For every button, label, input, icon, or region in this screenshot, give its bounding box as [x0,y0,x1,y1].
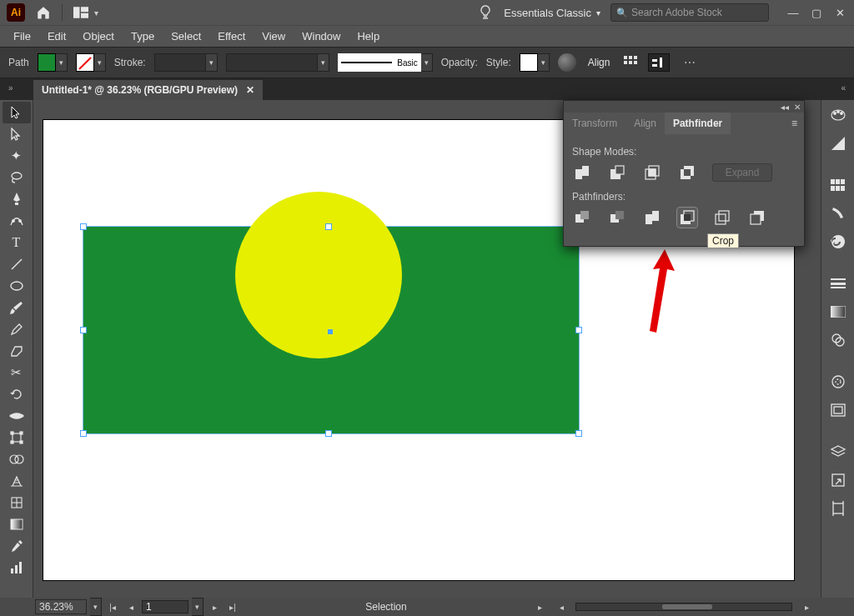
menu-edit[interactable]: Edit [41,27,73,46]
stroke-swatch[interactable] [76,53,94,72]
profile-dropdown[interactable]: ▾ [318,53,329,72]
selection-center[interactable] [328,329,333,334]
selection-handle[interactable] [80,327,87,333]
zoom-field[interactable]: 36.23% [35,599,87,614]
stock-search[interactable]: 🔍 Search Adobe Stock [610,3,769,22]
tool-pencil[interactable] [3,318,31,340]
tool-width[interactable] [3,405,31,427]
pathfinder-divide-icon[interactable] [572,208,592,228]
workspace-switcher[interactable]: Essentials Classic ▾ [504,7,600,19]
menu-effect[interactable]: Effect [211,27,252,46]
tab-pathfinder[interactable]: Pathfinder [665,113,731,134]
menu-file[interactable]: File [7,27,38,46]
brush-dropdown[interactable]: ▾ [421,53,433,72]
tool-column-graph[interactable] [3,557,31,578]
document-tab[interactable]: Untitled-1* @ 36.23% (RGB/GPU Preview) ✕ [33,80,263,100]
hint-icon[interactable] [477,4,494,21]
tool-paintbrush[interactable] [3,297,31,318]
panel-titlebar[interactable]: ◂◂ ✕ [564,101,804,113]
artboards-panel-icon[interactable] [826,497,850,520]
menu-window[interactable]: Window [295,27,347,46]
artboard-prev-icon[interactable]: ◂ [123,600,138,613]
artboard-first-icon[interactable]: |◂ [105,600,120,613]
align-label[interactable]: Align [588,57,610,68]
recolor-artwork-icon[interactable] [558,53,576,72]
transparency-panel-icon[interactable] [826,328,850,352]
pathfinder-minus-back-icon[interactable] [747,208,767,228]
artboard-number-field[interactable]: 1 [142,600,188,613]
panel-collapse-icon[interactable]: ◂◂ [781,103,789,112]
shape-mode-minus-front-icon[interactable] [607,163,627,183]
graphic-style-swatch[interactable] [520,53,538,72]
panel-close-icon[interactable]: ✕ [794,103,801,112]
tool-shape-builder[interactable] [3,448,31,470]
color-panel-icon[interactable] [826,103,850,127]
collapse-left-icon[interactable]: » [5,82,17,94]
home-icon[interactable] [35,4,52,21]
horizontal-scrollbar[interactable] [575,603,792,611]
tab-align[interactable]: Align [625,113,665,134]
artboard-dropdown[interactable]: ▾ [192,598,203,616]
menu-object[interactable]: Object [76,27,121,46]
selection-handle[interactable] [575,327,582,333]
status-play-icon[interactable]: ▸ [532,600,547,613]
minimize-button[interactable]: — [787,7,799,18]
variable-width-profile[interactable] [226,53,318,72]
tool-lasso[interactable] [3,167,31,188]
tool-free-transform[interactable] [3,427,31,448]
selection-handle[interactable] [325,430,332,437]
artboard-next-icon[interactable]: ▸ [207,600,222,613]
color-guide-panel-icon[interactable] [826,132,850,155]
tool-eraser[interactable] [3,340,31,362]
scroll-left-icon[interactable]: ◂ [554,600,569,613]
expand-button[interactable]: Expand [712,163,772,182]
pathfinder-outline-icon[interactable] [712,208,732,228]
tool-line[interactable] [3,253,31,275]
pathfinder-merge-icon[interactable] [642,208,662,228]
selection-handle[interactable] [80,223,87,230]
stroke-weight-field[interactable] [154,53,206,72]
tool-direct-selection[interactable] [3,123,31,145]
tool-rotate[interactable] [3,383,31,405]
tool-eyedropper[interactable] [3,535,31,557]
scroll-right-icon[interactable]: ▸ [799,600,814,613]
appearance-panel-icon[interactable] [826,370,850,393]
status-mode[interactable]: Selection [244,601,529,613]
gradient-panel-icon[interactable] [826,300,850,323]
fill-swatch[interactable] [38,53,56,72]
asset-export-panel-icon[interactable] [826,468,850,492]
shape-mode-unite-icon[interactable] [572,163,592,183]
fill-dropdown[interactable]: ▾ [56,53,68,72]
align-panel-icon[interactable] [621,53,640,72]
graphic-styles-panel-icon[interactable] [826,398,850,422]
arrange-documents-icon[interactable] [73,4,89,21]
style-dropdown[interactable]: ▾ [538,53,550,72]
tool-selection[interactable] [3,102,31,123]
tool-curvature[interactable] [3,210,31,232]
selection-handle[interactable] [325,223,332,230]
canvas-area[interactable]: ◂◂ ✕ Transform Align Pathfinder ≡ Shape … [33,100,854,598]
tool-pen[interactable] [3,188,31,210]
opacity-label[interactable]: Opacity: [441,57,478,68]
artboard-last-icon[interactable]: ▸| [225,600,240,613]
shape-mode-intersect-icon[interactable] [642,163,662,183]
menu-view[interactable]: View [255,27,292,46]
collapse-right-icon[interactable]: « [837,82,849,94]
zoom-dropdown[interactable]: ▾ [90,598,102,616]
tool-magic-wand[interactable]: ✦ [3,145,31,167]
panel-menu-icon[interactable]: ≡ [785,118,804,129]
tool-perspective[interactable] [3,470,31,492]
shape-mode-exclude-icon[interactable] [677,163,697,183]
symbols-panel-icon[interactable] [826,230,850,253]
transform-panel-icon[interactable] [648,53,670,72]
close-button[interactable]: ✕ [834,7,846,18]
chevron-down-icon[interactable]: ▾ [94,8,98,18]
selection-handle[interactable] [575,430,582,437]
tab-close-icon[interactable]: ✕ [246,84,254,96]
maximize-button[interactable]: ▢ [811,7,822,18]
menu-help[interactable]: Help [350,27,386,46]
menu-select[interactable]: Select [164,27,208,46]
brushes-panel-icon[interactable] [826,202,850,225]
control-overflow[interactable]: ⋯ [678,56,703,69]
brush-definition[interactable]: Basic [338,53,421,72]
